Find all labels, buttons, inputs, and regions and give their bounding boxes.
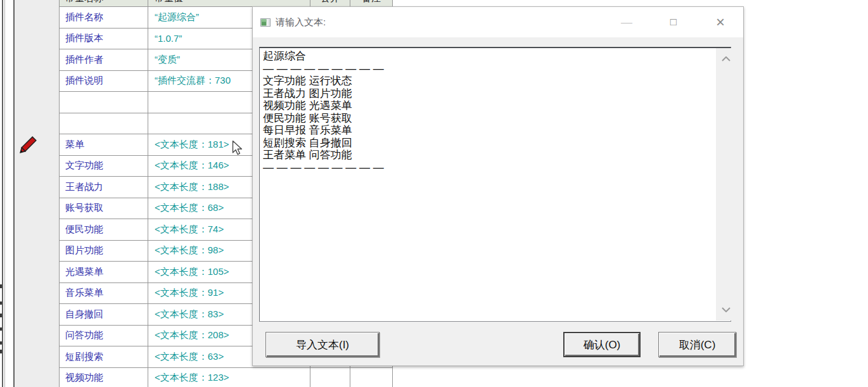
dialog-titlebar[interactable]: 请输入文本: — □ ×	[253, 7, 743, 37]
scroll-down-icon[interactable]	[716, 300, 736, 319]
scroll-up-icon[interactable]	[716, 49, 736, 68]
left-edge-artifact	[0, 301, 2, 305]
left-edge-artifact	[0, 341, 2, 345]
constant-public-cell[interactable]	[310, 368, 350, 387]
maximize-icon[interactable]: □	[660, 7, 687, 37]
column-header-constant-name[interactable]: 常量名称	[60, 0, 148, 7]
confirm-button[interactable]: 确认(O)	[563, 332, 641, 357]
left-gutter	[15, 0, 59, 387]
constant-name-cell[interactable]: 文字功能	[60, 156, 148, 177]
mouse-cursor	[232, 141, 246, 157]
constant-value-cell[interactable]: <文本长度：123>	[148, 368, 310, 387]
constant-name-cell[interactable]: 问答功能	[60, 326, 148, 347]
left-edge-artifact	[0, 350, 2, 353]
form-window-icon	[260, 18, 271, 27]
constant-name-cell[interactable]: 插件名称	[60, 7, 148, 29]
input-text-dialog: 请输入文本: — □ × 起源综合 — — — — — — — — — 文字功能…	[252, 6, 744, 366]
window-controls: — □ ×	[594, 7, 734, 37]
table-row: 视频功能 <文本长度：123>	[60, 368, 393, 387]
constant-name-cell[interactable]	[60, 113, 148, 135]
red-pen-icon	[14, 134, 42, 162]
constant-name-cell[interactable]: 自身撤回	[60, 304, 148, 326]
constant-name-cell[interactable]: 便民功能	[60, 219, 148, 241]
panel-divider-line	[4, 0, 5, 387]
minimize-icon[interactable]: —	[613, 7, 641, 37]
constant-name-cell[interactable]: 图片功能	[60, 241, 148, 262]
constant-name-cell[interactable]: 插件作者	[60, 49, 148, 71]
constant-name-cell[interactable]: 短剧搜索	[60, 346, 148, 368]
textarea-scrollbar[interactable]	[716, 48, 736, 320]
dialog-title: 请输入文本:	[276, 16, 326, 29]
constant-name-cell[interactable]	[60, 92, 148, 113]
screen: 常量名称 常量值 公开 备注 插件名称 “起源综合” 插件版本 “1.0.7” …	[0, 0, 868, 387]
constant-name-cell[interactable]: 视频功能	[60, 368, 148, 387]
constant-name-cell[interactable]: 插件说明	[60, 71, 148, 92]
constant-name-cell[interactable]: 插件版本	[60, 29, 148, 50]
left-edge-artifact	[0, 327, 2, 331]
close-icon[interactable]: ×	[706, 7, 734, 37]
constant-name-cell[interactable]: 音乐菜单	[60, 283, 148, 305]
constant-name-cell[interactable]: 菜单	[60, 134, 148, 156]
panel-divider-line	[2, 0, 3, 387]
constant-name-cell[interactable]: 账号获取	[60, 198, 148, 220]
left-edge-artifact	[0, 314, 2, 317]
constant-note-cell[interactable]	[350, 368, 393, 387]
text-input-area[interactable]: 起源综合 — — — — — — — — — 文字功能 运行状态 王者战力 图片…	[259, 47, 731, 322]
constant-name-cell[interactable]: 光遇菜单	[60, 262, 148, 283]
import-text-button[interactable]: 导入文本(I)	[265, 332, 380, 357]
cancel-button[interactable]: 取消(C)	[658, 332, 736, 357]
left-edge-artifact	[0, 284, 2, 288]
constant-name-cell[interactable]: 王者战力	[60, 177, 148, 198]
